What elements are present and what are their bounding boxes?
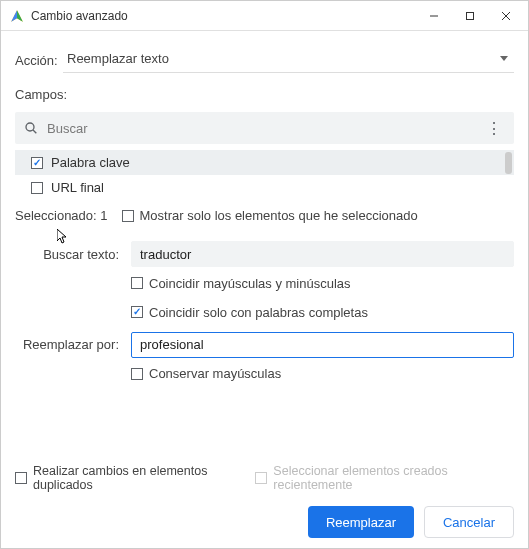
whole-word-row: Coincidir solo con palabras completas xyxy=(131,301,514,320)
replace-button[interactable]: Reemplazar xyxy=(308,506,414,538)
match-case-toggle[interactable]: Coincidir mayúsculas y minúsculas xyxy=(131,276,351,291)
checkbox-icon xyxy=(131,277,143,289)
action-label: Acción: xyxy=(15,53,63,68)
list-item[interactable]: Palabra clave xyxy=(15,150,514,175)
show-only-selected-toggle[interactable]: Mostrar solo los elementos que he selecc… xyxy=(122,208,418,223)
match-case-row: Coincidir mayúsculas y minúsculas xyxy=(131,275,514,293)
chevron-down-icon xyxy=(500,56,508,61)
duplicate-items-toggle[interactable]: Realizar cambios en elementos duplicados xyxy=(15,464,255,492)
cancel-button[interactable]: Cancelar xyxy=(424,506,514,538)
titlebar: Cambio avanzado xyxy=(1,1,528,31)
field-list: Palabra clave URL final xyxy=(15,150,514,200)
search-icon xyxy=(23,120,39,136)
find-input[interactable] xyxy=(131,241,514,267)
dialog-window: Cambio avanzado Acción: Reemplazar texto… xyxy=(0,0,529,549)
content-area: Acción: Reemplazar texto Campos: ⋮ Palab… xyxy=(1,31,528,548)
checkbox-icon[interactable] xyxy=(31,157,43,169)
show-only-label: Mostrar solo los elementos que he selecc… xyxy=(140,208,418,223)
action-row: Acción: Reemplazar texto xyxy=(15,47,514,73)
action-value: Reemplazar texto xyxy=(67,51,169,66)
whole-word-toggle[interactable]: Coincidir solo con palabras completas xyxy=(131,305,368,320)
whole-word-label: Coincidir solo con palabras completas xyxy=(149,305,368,320)
search-input[interactable] xyxy=(39,121,482,136)
replace-input[interactable] xyxy=(131,332,514,358)
maximize-button[interactable] xyxy=(452,2,488,30)
more-options-icon[interactable]: ⋮ xyxy=(482,119,506,138)
action-select[interactable]: Reemplazar texto xyxy=(63,47,514,73)
list-item[interactable]: URL final xyxy=(15,175,514,200)
app-logo-icon xyxy=(9,8,25,24)
checkbox-icon[interactable] xyxy=(31,182,43,194)
svg-line-5 xyxy=(33,130,36,133)
replace-row: Reemplazar por: xyxy=(15,332,514,358)
svg-rect-1 xyxy=(467,12,474,19)
find-label: Buscar texto: xyxy=(15,247,131,262)
fields-label: Campos: xyxy=(15,87,514,102)
minimize-button[interactable] xyxy=(416,2,452,30)
list-item-label: Palabra clave xyxy=(51,155,130,170)
recent-items-toggle: Seleccionar elementos creados recienteme… xyxy=(255,464,514,492)
selection-row: Seleccionado: 1 Mostrar solo los element… xyxy=(15,208,514,223)
search-row: ⋮ xyxy=(15,112,514,144)
preserve-case-row: Conservar mayúsculas xyxy=(131,366,514,384)
close-button[interactable] xyxy=(488,2,524,30)
find-row: Buscar texto: xyxy=(15,241,514,267)
svg-point-4 xyxy=(26,123,34,131)
checkbox-icon xyxy=(15,472,27,484)
preserve-case-label: Conservar mayúsculas xyxy=(149,366,281,381)
list-item-label: URL final xyxy=(51,180,104,195)
checkbox-icon xyxy=(122,210,134,222)
preserve-case-toggle[interactable]: Conservar mayúsculas xyxy=(131,366,281,381)
replace-label: Reemplazar por: xyxy=(15,337,131,352)
scrollbar-thumb[interactable] xyxy=(505,152,512,174)
checkbox-icon xyxy=(255,472,267,484)
recent-items-label: Seleccionar elementos creados recienteme… xyxy=(273,464,514,492)
checkbox-icon xyxy=(131,306,143,318)
match-case-label: Coincidir mayúsculas y minúsculas xyxy=(149,276,351,291)
duplicate-items-label: Realizar cambios en elementos duplicados xyxy=(33,464,255,492)
checkbox-icon xyxy=(131,368,143,380)
bottom-options: Realizar cambios en elementos duplicados… xyxy=(15,464,514,492)
window-title: Cambio avanzado xyxy=(31,9,416,23)
selected-count: Seleccionado: 1 xyxy=(15,208,108,223)
button-row: Reemplazar Cancelar xyxy=(15,506,514,538)
